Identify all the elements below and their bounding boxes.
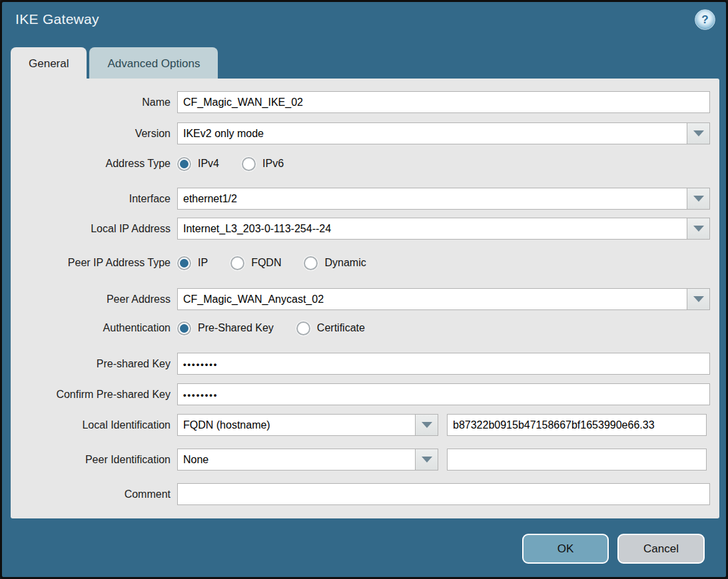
peer-identification-type-dropdown[interactable]: None xyxy=(177,449,438,471)
radio-unselected-icon[interactable] xyxy=(296,321,310,335)
radio-option-pre-shared-key[interactable]: Pre-Shared Key xyxy=(177,318,274,338)
radio-selected-icon[interactable] xyxy=(177,256,191,270)
chevron-down-icon xyxy=(693,130,704,136)
radio-option-certificate[interactable]: Certificate xyxy=(296,318,365,338)
chevron-down-icon xyxy=(422,457,432,463)
help-icon[interactable]: ? xyxy=(695,9,715,30)
version-label: Version xyxy=(11,122,171,144)
address-type-radio-group: IPv4 IPv6 xyxy=(177,154,306,174)
general-tab-panel: Name CF_Magic_WAN_IKE_02 Version IKEv2 o… xyxy=(11,79,719,518)
tab-general[interactable]: General xyxy=(11,47,87,79)
radio-option-ipv6[interactable]: IPv6 xyxy=(242,154,284,174)
chevron-down-icon xyxy=(693,296,704,302)
peer-address-value[interactable]: CF_Magic_WAN_Anycast_02 xyxy=(177,288,687,310)
peer-ip-address-type-radio-group: IP FQDN Dynamic xyxy=(177,253,389,273)
chevron-down-icon xyxy=(422,422,432,428)
local-identification-type-dropdown[interactable]: FQDN (hostname) xyxy=(177,414,438,436)
local-ip-address-dropdown-button[interactable] xyxy=(687,218,710,240)
local-ip-address-dropdown[interactable]: Internet_L3_203-0-113-254--24 xyxy=(177,218,710,240)
local-identification-value-input[interactable]: b87322b0915b47158667bf1653990e66.33 xyxy=(447,414,707,436)
ok-button[interactable]: OK xyxy=(522,534,609,564)
name-label: Name xyxy=(11,91,171,113)
version-value[interactable]: IKEv2 only mode xyxy=(177,122,687,144)
radio-option-dynamic[interactable]: Dynamic xyxy=(304,253,366,273)
local-ip-address-label: Local IP Address xyxy=(11,218,171,240)
radio-unselected-icon[interactable] xyxy=(230,256,244,270)
radio-option-fqdn[interactable]: FQDN xyxy=(230,253,281,273)
interface-label: Interface xyxy=(11,188,171,210)
peer-address-dropdown[interactable]: CF_Magic_WAN_Anycast_02 xyxy=(177,288,710,310)
peer-address-dropdown-button[interactable] xyxy=(687,288,710,310)
local-identification-dropdown-button[interactable] xyxy=(415,414,438,436)
comment-input[interactable] xyxy=(177,483,710,505)
confirm-pre-shared-key-input[interactable]: •••••••• xyxy=(177,383,710,405)
comment-label: Comment xyxy=(11,483,171,505)
name-input[interactable]: CF_Magic_WAN_IKE_02 xyxy=(177,91,710,113)
local-identification-type-value[interactable]: FQDN (hostname) xyxy=(177,414,416,436)
interface-value[interactable]: ethernet1/2 xyxy=(177,188,687,210)
radio-option-ipv4[interactable]: IPv4 xyxy=(177,154,219,174)
radio-option-ip[interactable]: IP xyxy=(177,253,208,273)
interface-dropdown-button[interactable] xyxy=(687,188,710,210)
peer-identification-value-input[interactable] xyxy=(447,449,707,471)
chevron-down-icon xyxy=(693,226,704,232)
chevron-down-icon xyxy=(693,196,704,202)
tab-bar: General Advanced Options xyxy=(11,47,220,79)
cancel-button[interactable]: Cancel xyxy=(617,534,705,564)
interface-dropdown[interactable]: ethernet1/2 xyxy=(177,188,710,210)
local-ip-address-value[interactable]: Internet_L3_203-0-113-254--24 xyxy=(177,218,687,240)
peer-identification-label: Peer Identification xyxy=(11,449,171,471)
authentication-label: Authentication xyxy=(11,318,171,338)
radio-selected-icon[interactable] xyxy=(177,321,191,335)
version-dropdown[interactable]: IKEv2 only mode xyxy=(177,122,710,144)
version-dropdown-button[interactable] xyxy=(687,122,710,144)
radio-unselected-icon[interactable] xyxy=(304,256,318,270)
dialog-title: IKE Gateway xyxy=(15,11,99,27)
peer-ip-address-type-label: Peer IP Address Type xyxy=(11,253,171,273)
pre-shared-key-input[interactable]: •••••••• xyxy=(177,353,710,375)
ike-gateway-dialog: IKE Gateway ? General Advanced Options N… xyxy=(0,0,728,579)
pre-shared-key-label: Pre-shared Key xyxy=(11,353,171,375)
confirm-pre-shared-key-label: Confirm Pre-shared Key xyxy=(11,383,171,405)
peer-identification-dropdown-button[interactable] xyxy=(415,449,438,471)
address-type-label: Address Type xyxy=(11,154,171,174)
peer-identification-type-value[interactable]: None xyxy=(177,449,416,471)
peer-address-label: Peer Address xyxy=(11,288,171,310)
radio-selected-icon[interactable] xyxy=(177,157,191,171)
authentication-radio-group: Pre-Shared Key Certificate xyxy=(177,318,388,338)
tab-advanced-options[interactable]: Advanced Options xyxy=(89,47,218,79)
radio-unselected-icon[interactable] xyxy=(242,157,256,171)
local-identification-label: Local Identification xyxy=(11,414,171,436)
